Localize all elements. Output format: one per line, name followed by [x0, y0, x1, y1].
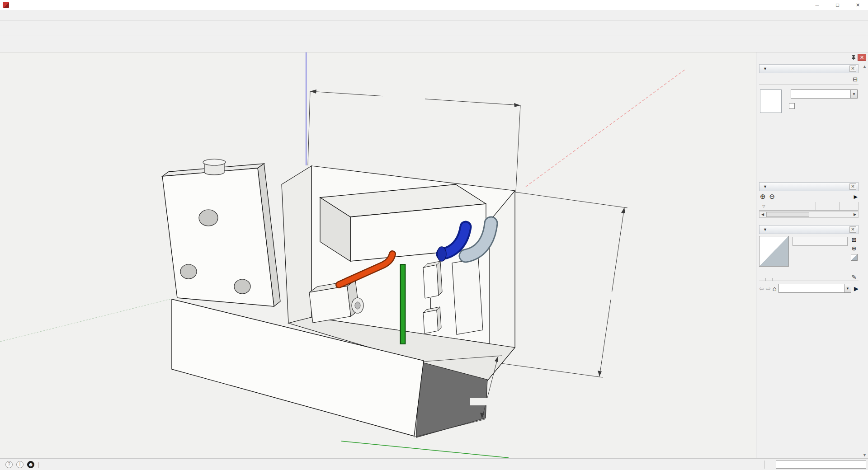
backboard-hole-1 — [199, 210, 218, 226]
dim-right-label-bg — [593, 292, 629, 300]
tray-scrollbar[interactable]: ▲ ▼ — [861, 63, 868, 458]
layers-column-headers[interactable]: ▽ — [759, 202, 859, 211]
toolbar-row-1 — [0, 21, 868, 36]
dim-bottom-label-bg — [470, 398, 505, 405]
geolocation-icon[interactable]: ? — [5, 461, 13, 468]
layers-close-icon[interactable]: ✕ — [849, 183, 856, 190]
collection-dropdown[interactable]: ▼ — [778, 284, 851, 293]
layers-panel: ▼ ✕ ⊕ ⊖ ▶ ▽ — [759, 182, 859, 218]
user-icon[interactable]: ☻ — [27, 461, 34, 468]
chevron-down-icon[interactable]: ▼ — [844, 284, 851, 292]
sketchup-logo-icon — [3, 2, 9, 8]
model-viewport[interactable] — [0, 52, 756, 458]
tab-edit[interactable] — [766, 278, 773, 281]
menu-bar — [0, 10, 868, 21]
collapse-triangle-icon: ▼ — [763, 227, 767, 232]
add-layer-icon[interactable]: ⊕ — [760, 193, 766, 201]
dim-top-label-bg — [382, 93, 425, 101]
column-visible[interactable] — [816, 202, 840, 210]
tray-close-icon[interactable]: ✕ — [858, 54, 866, 61]
close-button[interactable]: ✕ — [848, 0, 868, 10]
power-supply-front — [423, 265, 439, 298]
remove-layer-icon[interactable]: ⊖ — [769, 193, 775, 201]
blue-elbow-flange — [437, 247, 446, 261]
backboard-hole-3 — [234, 279, 250, 294]
backboard-hole-2 — [180, 264, 197, 279]
model-canvas[interactable] — [0, 52, 756, 458]
materials-header[interactable]: ▼ ✕ — [759, 225, 859, 234]
entity-info-header[interactable]: ▼ ✕ — [759, 64, 859, 73]
default-swatch-icon[interactable] — [851, 254, 858, 261]
back-icon[interactable]: ⇦ — [759, 285, 764, 292]
entity-thumbnail — [760, 89, 782, 113]
entity-info-panel: ▼ ✕ ⊟ — [759, 64, 859, 114]
green-axis — [341, 441, 509, 458]
material-swatch-grid — [759, 294, 859, 296]
silencer-cap — [203, 159, 226, 165]
tray-title-bar: ✕ — [756, 52, 868, 62]
material-preview — [759, 236, 789, 267]
pin-icon[interactable] — [849, 54, 858, 61]
scroll-thumb[interactable] — [766, 212, 809, 217]
eyedropper-icon[interactable]: ✎ — [851, 273, 859, 281]
materials-close-icon[interactable]: ✕ — [849, 226, 856, 233]
backboard-front — [162, 168, 274, 306]
tab-select[interactable] — [759, 278, 766, 281]
hidden-checkbox[interactable] — [789, 103, 795, 109]
scroll-down-icon[interactable]: ▼ — [863, 453, 867, 457]
status-bar: ? i ☻ | — [0, 458, 868, 470]
collapse-triangle-icon: ▼ — [763, 184, 767, 189]
layer-dropdown[interactable]: ▼ — [791, 89, 858, 99]
pump-cylinder-core — [355, 302, 360, 309]
create-material-icon[interactable]: ⊕ — [852, 245, 857, 251]
fuel-tank-panel — [452, 258, 483, 334]
pump-box-front — [423, 310, 438, 334]
title-bar: ─ □ ✕ — [0, 0, 868, 10]
column-name[interactable]: ▽ — [759, 202, 816, 210]
materials-panel: ▼ ✕ ⊞ ⊕ — [759, 225, 859, 296]
default-tray: ✕ ▼ ✕ ⊟ — [756, 52, 868, 458]
scroll-left-icon[interactable]: ◀ — [760, 212, 766, 216]
column-color[interactable] — [840, 202, 859, 210]
credits-icon[interactable]: i — [16, 461, 24, 468]
toolbar-row-2 — [0, 36, 868, 52]
materials-details-icon[interactable]: ▶ — [854, 285, 859, 292]
restore-button[interactable]: □ — [827, 0, 848, 10]
chevron-down-icon[interactable]: ▼ — [850, 90, 857, 98]
layers-hscrollbar[interactable]: ◀ ▶ — [759, 211, 859, 218]
scroll-up-icon[interactable]: ▲ — [863, 64, 867, 69]
red-axis-dashed — [526, 69, 686, 187]
scroll-right-icon[interactable]: ▶ — [852, 212, 858, 216]
minimize-button[interactable]: ─ — [807, 0, 827, 10]
layers-header[interactable]: ▼ ✕ — [759, 182, 859, 191]
home-icon[interactable]: ⌂ — [773, 285, 777, 292]
layers-details-icon[interactable]: ▶ — [854, 194, 858, 200]
toggle-details-icon[interactable]: ⊟ — [853, 76, 858, 83]
collapse-triangle-icon: ▼ — [763, 66, 767, 71]
material-name-field[interactable] — [793, 237, 848, 246]
pump-filter-front — [309, 286, 351, 323]
entity-info-close-icon[interactable]: ✕ — [849, 66, 856, 72]
forward-icon[interactable]: ⇨ — [766, 285, 771, 292]
measurements-input[interactable] — [776, 461, 866, 469]
box-left-wall — [282, 166, 311, 323]
secondary-pane-icon[interactable]: ⊞ — [852, 237, 857, 243]
green-axis-dashed — [0, 299, 172, 342]
